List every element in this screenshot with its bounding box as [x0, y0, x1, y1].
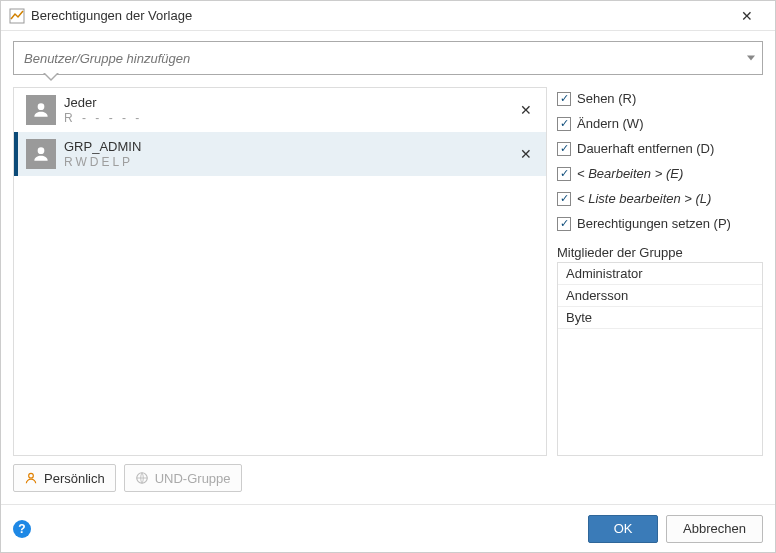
below-list-buttons: Persönlich UND-Gruppe [13, 464, 763, 492]
svg-point-3 [29, 473, 34, 478]
permission-label: Dauerhaft entfernen (D) [577, 141, 714, 156]
selection-bar [14, 132, 18, 176]
right-panel: Sehen (R) Ändern (W) Dauerhaft entfernen… [557, 87, 763, 456]
close-icon: ✕ [520, 146, 532, 162]
help-icon: ? [18, 522, 25, 536]
und-group-button-label: UND-Gruppe [155, 471, 231, 486]
permission-row[interactable]: Ändern (W) [557, 116, 763, 131]
user-icon [26, 95, 56, 125]
main-row: Jeder R - - - - - ✕ GRP_ADMIN RWDELP ✕ [13, 87, 763, 456]
permission-row[interactable]: Berechtigungen setzen (P) [557, 216, 763, 231]
members-list: Administrator Andersson Byte [557, 262, 763, 456]
member-row[interactable]: Administrator [558, 263, 762, 285]
selection-bar [14, 88, 18, 132]
ok-button[interactable]: OK [588, 515, 658, 543]
entry-name: GRP_ADMIN [64, 139, 514, 155]
member-row[interactable]: Andersson [558, 285, 762, 307]
checkbox-icon[interactable] [557, 217, 571, 231]
permission-row[interactable]: Sehen (R) [557, 91, 763, 106]
user-icon [26, 139, 56, 169]
checkbox-icon[interactable] [557, 92, 571, 106]
close-icon: ✕ [741, 8, 753, 24]
permission-row[interactable]: Dauerhaft entfernen (D) [557, 141, 763, 156]
app-icon [9, 8, 25, 24]
close-icon: ✕ [520, 102, 532, 118]
entry-name: Jeder [64, 95, 514, 111]
titlebar: Berechtigungen der Vorlage ✕ [1, 1, 775, 31]
checkbox-icon[interactable] [557, 192, 571, 206]
member-row[interactable]: Byte [558, 307, 762, 329]
svg-point-2 [38, 147, 45, 154]
checkbox-icon[interactable] [557, 167, 571, 181]
permissions-list: Sehen (R) Ändern (W) Dauerhaft entfernen… [557, 87, 763, 231]
permission-row[interactable]: < Liste bearbeiten > (L) [557, 191, 763, 206]
help-button[interactable]: ? [13, 520, 31, 538]
personal-button-label: Persönlich [44, 471, 105, 486]
permission-label: Berechtigungen setzen (P) [577, 216, 731, 231]
search-wrap [13, 41, 763, 75]
permission-label: Ändern (W) [577, 116, 643, 131]
add-user-group-input[interactable] [13, 41, 763, 75]
content-area: Jeder R - - - - - ✕ GRP_ADMIN RWDELP ✕ [1, 31, 775, 504]
checkbox-icon[interactable] [557, 117, 571, 131]
entry-texts: GRP_ADMIN RWDELP [64, 139, 514, 169]
permission-row[interactable]: < Bearbeiten > (E) [557, 166, 763, 181]
svg-point-1 [38, 103, 45, 110]
entry-remove-button[interactable]: ✕ [514, 98, 538, 122]
entry-row[interactable]: Jeder R - - - - - ✕ [14, 88, 546, 132]
entries-list: Jeder R - - - - - ✕ GRP_ADMIN RWDELP ✕ [13, 87, 547, 456]
permission-label: Sehen (R) [577, 91, 636, 106]
ok-button-label: OK [614, 521, 633, 536]
entry-perms: RWDELP [64, 155, 514, 169]
footer: ? OK Abbrechen [1, 504, 775, 552]
entry-texts: Jeder R - - - - - [64, 95, 514, 125]
globe-icon [135, 471, 149, 485]
entry-remove-button[interactable]: ✕ [514, 142, 538, 166]
permission-label: < Liste bearbeiten > (L) [577, 191, 711, 206]
checkbox-icon[interactable] [557, 142, 571, 156]
window-title: Berechtigungen der Vorlage [31, 8, 727, 23]
dropdown-icon[interactable] [747, 56, 755, 61]
members-header: Mitglieder der Gruppe [557, 245, 763, 262]
entry-row[interactable]: GRP_ADMIN RWDELP ✕ [14, 132, 546, 176]
person-icon [24, 471, 38, 485]
entry-perms: R - - - - - [64, 111, 514, 125]
cancel-button-label: Abbrechen [683, 521, 746, 536]
personal-button[interactable]: Persönlich [13, 464, 116, 492]
und-group-button[interactable]: UND-Gruppe [124, 464, 242, 492]
permission-label: < Bearbeiten > (E) [577, 166, 683, 181]
cancel-button[interactable]: Abbrechen [666, 515, 763, 543]
window-close-button[interactable]: ✕ [727, 2, 767, 30]
